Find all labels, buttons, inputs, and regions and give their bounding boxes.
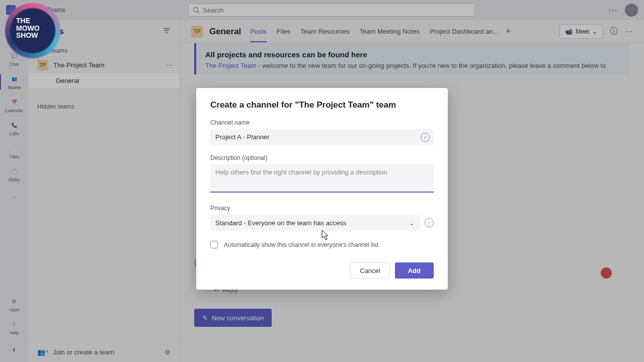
privacy-select[interactable]: Standard - Everyone on the team has acce…	[210, 215, 420, 231]
mowo-logo: THE MOWO SHOW	[5, 3, 60, 58]
add-button[interactable]: Add	[395, 262, 434, 279]
dialog-title: Create a channel for "The Project Team" …	[210, 100, 434, 110]
channel-name-input[interactable]	[210, 129, 434, 145]
cursor-icon	[321, 230, 330, 241]
description-label: Description (optional)	[210, 154, 434, 161]
cancel-button[interactable]: Cancel	[350, 262, 389, 279]
privacy-label: Privacy	[210, 205, 434, 212]
checkmark-icon: ✓	[421, 133, 430, 142]
chevron-down-icon: ⌄	[409, 219, 415, 227]
auto-show-label: Automatically show this channel in every…	[224, 241, 378, 248]
auto-show-row[interactable]: Automatically show this channel in every…	[210, 241, 434, 248]
channel-name-label: Channel name	[210, 119, 434, 126]
privacy-info-icon[interactable]: i	[425, 218, 434, 227]
create-channel-dialog: Create a channel for "The Project Team" …	[196, 88, 448, 290]
auto-show-checkbox[interactable]	[210, 241, 218, 248]
description-input[interactable]	[210, 164, 434, 193]
